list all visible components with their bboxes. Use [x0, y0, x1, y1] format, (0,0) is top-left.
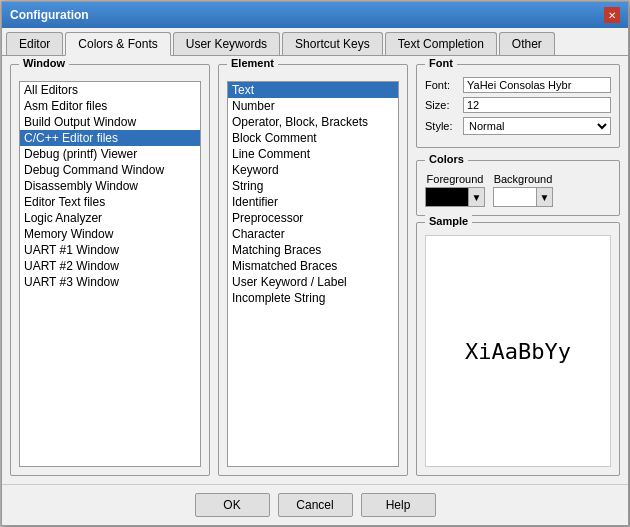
dialog-title: Configuration: [10, 8, 89, 22]
bottom-bar: OK Cancel Help: [2, 484, 628, 525]
element-list[interactable]: TextNumberOperator, Block, BracketsBlock…: [227, 81, 399, 467]
background-swatch: [494, 188, 536, 206]
element-list-item[interactable]: User Keyword / Label: [228, 274, 398, 290]
sample-group: Sample XiAaBbYy: [416, 222, 620, 476]
close-button[interactable]: ✕: [604, 7, 620, 23]
window-list-item[interactable]: Disassembly Window: [20, 178, 200, 194]
sample-display: XiAaBbYy: [425, 235, 611, 467]
tab-user-keywords[interactable]: User Keywords: [173, 32, 280, 55]
foreground-swatch: [426, 188, 468, 206]
background-dropdown-btn[interactable]: ▼: [536, 188, 552, 206]
window-list-item[interactable]: Asm Editor files: [20, 98, 200, 114]
window-list-item[interactable]: Build Output Window: [20, 114, 200, 130]
window-list-item[interactable]: Logic Analyzer: [20, 210, 200, 226]
style-label: Style:: [425, 120, 463, 132]
element-group: Element TextNumberOperator, Block, Brack…: [218, 64, 408, 476]
element-list-item[interactable]: Character: [228, 226, 398, 242]
element-list-item[interactable]: Identifier: [228, 194, 398, 210]
right-column: Font Font: Size: Style: Normal Bold Ital…: [416, 64, 620, 476]
window-list-item[interactable]: Debug (printf) Viewer: [20, 146, 200, 162]
element-list-item[interactable]: Preprocessor: [228, 210, 398, 226]
element-group-label: Element: [227, 57, 278, 69]
window-list[interactable]: All EditorsAsm Editor filesBuild Output …: [19, 81, 201, 467]
font-label: Font:: [425, 79, 463, 91]
style-row: Style: Normal Bold Italic Bold Italic: [425, 117, 611, 135]
font-row: Font:: [425, 77, 611, 93]
help-button[interactable]: Help: [361, 493, 436, 517]
window-list-item[interactable]: All Editors: [20, 82, 200, 98]
element-list-item[interactable]: Text: [228, 82, 398, 98]
style-select[interactable]: Normal Bold Italic Bold Italic: [463, 117, 611, 135]
tab-colors-fonts[interactable]: Colors & Fonts: [65, 32, 170, 56]
element-list-item[interactable]: String: [228, 178, 398, 194]
window-list-item[interactable]: UART #3 Window: [20, 274, 200, 290]
window-list-item[interactable]: Memory Window: [20, 226, 200, 242]
tab-other[interactable]: Other: [499, 32, 555, 55]
colors-group: Colors Foreground ▼ Background ▼: [416, 160, 620, 216]
element-list-item[interactable]: Incomplete String: [228, 290, 398, 306]
ok-button[interactable]: OK: [195, 493, 270, 517]
tab-bar: Editor Colors & Fonts User Keywords Shor…: [2, 28, 628, 56]
foreground-dropdown-btn[interactable]: ▼: [468, 188, 484, 206]
tab-shortcut-keys[interactable]: Shortcut Keys: [282, 32, 383, 55]
main-content: Window All EditorsAsm Editor filesBuild …: [2, 56, 628, 484]
window-list-item[interactable]: UART #1 Window: [20, 242, 200, 258]
font-group: Font Font: Size: Style: Normal Bold Ital…: [416, 64, 620, 148]
sample-group-label: Sample: [425, 215, 472, 227]
colors-row: Foreground ▼ Background ▼: [425, 173, 611, 207]
element-list-item[interactable]: Keyword: [228, 162, 398, 178]
window-group: Window All EditorsAsm Editor filesBuild …: [10, 64, 210, 476]
window-list-item[interactable]: Debug Command Window: [20, 162, 200, 178]
element-list-item[interactable]: Block Comment: [228, 130, 398, 146]
size-label: Size:: [425, 99, 463, 111]
background-picker[interactable]: ▼: [493, 187, 553, 207]
tab-text-completion[interactable]: Text Completion: [385, 32, 497, 55]
window-list-item[interactable]: UART #2 Window: [20, 258, 200, 274]
foreground-label: Foreground: [427, 173, 484, 185]
size-input[interactable]: [463, 97, 611, 113]
window-list-item[interactable]: C/C++ Editor files: [20, 130, 200, 146]
configuration-dialog: Configuration ✕ Editor Colors & Fonts Us…: [1, 1, 629, 526]
background-label: Background: [494, 173, 553, 185]
cancel-button[interactable]: Cancel: [278, 493, 353, 517]
background-col: Background ▼: [493, 173, 553, 207]
element-list-item[interactable]: Line Comment: [228, 146, 398, 162]
window-group-label: Window: [19, 57, 69, 69]
font-input[interactable]: [463, 77, 611, 93]
element-list-item[interactable]: Matching Braces: [228, 242, 398, 258]
size-row: Size:: [425, 97, 611, 113]
colors-group-label: Colors: [425, 153, 468, 165]
font-group-label: Font: [425, 57, 457, 69]
foreground-picker[interactable]: ▼: [425, 187, 485, 207]
tab-editor[interactable]: Editor: [6, 32, 63, 55]
title-bar: Configuration ✕: [2, 2, 628, 28]
foreground-col: Foreground ▼: [425, 173, 485, 207]
window-list-item[interactable]: Editor Text files: [20, 194, 200, 210]
element-list-item[interactable]: Number: [228, 98, 398, 114]
element-list-item[interactable]: Operator, Block, Brackets: [228, 114, 398, 130]
element-list-item[interactable]: Mismatched Braces: [228, 258, 398, 274]
